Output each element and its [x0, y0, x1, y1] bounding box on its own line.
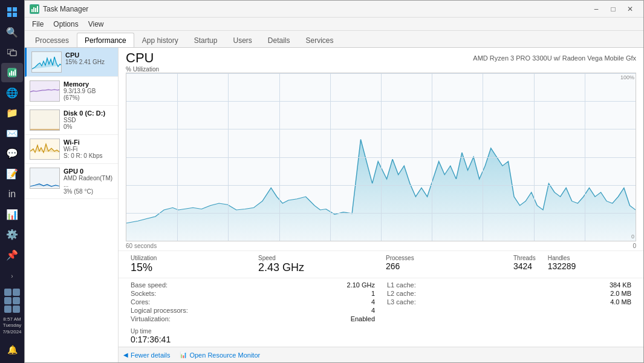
disk-label: Disk 0 (C: D:)	[63, 110, 113, 117]
svg-rect-0	[7, 7, 11, 11]
gpu-sub: AMD Radeon(TM) ...	[63, 175, 113, 188]
minimize-button[interactable]: –	[588, 1, 605, 18]
base-speed-key: Base speed:	[131, 281, 168, 289]
chart-time-labels: 60 seconds 0	[119, 241, 643, 250]
svg-rect-18	[30, 110, 60, 131]
threads-label: Threads	[513, 255, 536, 261]
uptime-area: Up time 0:17:36:41	[119, 327, 643, 347]
system-clock: 8:57 AM Tuesday 7/9/2024	[1, 314, 22, 338]
utilization-stat: Utilization 15%	[126, 255, 253, 274]
chart-subtitle: AMD Ryzen 3 PRO 3300U w/ Radeon Vega Mob…	[473, 54, 636, 62]
gpu-value: 3% (58 °C)	[63, 188, 113, 195]
memory-value: 9.3/13.9 GB (67%)	[63, 88, 113, 101]
utilization-label: % Utilization	[119, 66, 643, 73]
resource-item-gpu[interactable]: GPU 0 AMD Radeon(TM) ... 3% (58 °C)	[25, 164, 118, 199]
svg-rect-13	[33, 7, 34, 12]
wifi-thumbnail	[30, 139, 60, 160]
open-resource-monitor-link[interactable]: 📊 Open Resource Monitor	[180, 352, 260, 359]
l1-cache-row: L1 cache: 384 KB	[387, 281, 631, 289]
whatsapp-icon[interactable]: 💬	[1, 144, 23, 163]
close-button[interactable]: ✕	[622, 1, 639, 18]
sys-tray-icon-1[interactable]	[4, 289, 11, 296]
menu-options[interactable]: Options	[48, 18, 83, 30]
sys-tray-icon-6[interactable]	[13, 306, 20, 313]
svg-rect-15	[37, 6, 38, 12]
sys-tray-icon-4[interactable]	[13, 297, 20, 304]
fewer-details-label: Fewer details	[131, 352, 170, 359]
speed-stat: Speed 2.43 GHz	[253, 255, 381, 274]
l1-cache-key: L1 cache:	[387, 281, 416, 289]
mail-icon[interactable]: ✉️	[1, 124, 23, 143]
handles-stat: Handles 132289	[548, 255, 576, 271]
search-taskbar-icon[interactable]: 🔍	[1, 22, 23, 41]
tab-users[interactable]: Users	[225, 33, 259, 47]
tab-details[interactable]: Details	[260, 33, 298, 47]
titlebar: Task Manager – □ ✕	[25, 1, 643, 18]
disk-value: 0%	[63, 123, 113, 130]
fewer-details-link[interactable]: ◀ Fewer details	[123, 352, 170, 359]
time-left: 60 seconds	[126, 243, 157, 249]
l2-cache-key: L2 cache:	[387, 290, 416, 297]
tab-services[interactable]: Services	[298, 33, 342, 47]
cpu-label: CPU	[65, 51, 113, 59]
axis-max-label: 100%	[620, 74, 634, 80]
notepad-icon[interactable]: 📝	[1, 165, 23, 183]
tab-app-history[interactable]: App history	[134, 33, 186, 47]
resource-item-memory[interactable]: Memory 9.3/13.9 GB (67%)	[25, 77, 118, 106]
office-icon[interactable]: 📊	[1, 205, 23, 224]
time-right: 0	[633, 243, 636, 249]
notification-icon[interactable]: 🔔	[1, 339, 23, 361]
l1-cache-val: 384 KB	[610, 281, 631, 289]
logical-proc-key: Logical processors:	[131, 307, 188, 314]
processes-stat: Processes 266	[381, 255, 509, 274]
grid-v-3	[279, 73, 280, 241]
cores-row: Cores: 4	[131, 298, 375, 306]
start-button[interactable]	[1, 2, 23, 21]
logical-proc-val: 4	[371, 307, 375, 314]
maximize-button[interactable]: □	[605, 1, 622, 18]
speed-stat-label: Speed	[258, 255, 376, 261]
sys-tray-icon-2[interactable]	[13, 289, 20, 296]
svg-rect-12	[31, 9, 33, 12]
wifi-value: S: 0 R: 0 Kbps	[63, 152, 113, 159]
tab-startup[interactable]: Startup	[186, 33, 226, 47]
threads-value: 3424	[513, 261, 536, 271]
content-area: CPU 15% 2.41 GHz Memory 9.3/13.9 GB (67%…	[25, 48, 643, 362]
tab-bar: Processes Performance App history Startu…	[25, 31, 643, 48]
speed-stat-value: 2.43 GHz	[258, 261, 376, 274]
task-manager-taskbar[interactable]	[1, 63, 23, 82]
memory-label: Memory	[63, 80, 113, 88]
cpu-thumbnail	[31, 51, 62, 73]
svg-rect-3	[13, 13, 17, 17]
tab-processes[interactable]: Processes	[27, 33, 77, 47]
pin-taskbar-icon[interactable]: 📌	[1, 245, 23, 264]
processes-stat-value: 266	[386, 261, 504, 271]
file-explorer-icon[interactable]: 📁	[1, 103, 23, 122]
settings-icon-taskbar[interactable]: ⚙️	[1, 225, 23, 244]
menu-file[interactable]: File	[27, 18, 48, 30]
l3-cache-val: 4.0 MB	[610, 298, 631, 306]
task-view-icon[interactable]	[1, 43, 23, 62]
cpu-chart: 100% 0	[126, 73, 636, 241]
resource-item-cpu[interactable]: CPU 15% 2.41 GHz	[25, 48, 118, 77]
wifi-sub: Wi-Fi	[63, 146, 113, 152]
virtualization-row: Virtualization: Enabled	[131, 315, 375, 323]
chevron-icon[interactable]: ›	[1, 266, 23, 287]
base-speed-row: Base speed: 2.10 GHz	[131, 281, 375, 289]
menu-view[interactable]: View	[83, 18, 109, 30]
cores-val: 4	[371, 298, 375, 306]
gpu-info: GPU 0 AMD Radeon(TM) ... 3% (58 °C)	[63, 168, 113, 195]
uptime-value: 0:17:36:41	[131, 335, 631, 344]
cpu-info: CPU 15% 2.41 GHz	[65, 51, 113, 65]
sys-tray-icon-5[interactable]	[4, 306, 11, 313]
grid-v-2	[228, 73, 229, 241]
linkedin-icon[interactable]: in	[1, 185, 23, 203]
resource-item-wifi[interactable]: Wi-Fi Wi-Fi S: 0 R: 0 Kbps	[25, 135, 118, 164]
task-manager-window: Task Manager – □ ✕ File Options View Pro…	[24, 0, 644, 363]
sys-tray-icon-3[interactable]	[4, 297, 11, 304]
handles-value: 132289	[548, 261, 576, 271]
edge-icon[interactable]: 🌐	[1, 83, 23, 102]
resource-item-disk[interactable]: Disk 0 (C: D:) SSD 0%	[25, 106, 118, 135]
tab-performance[interactable]: Performance	[77, 33, 134, 47]
resource-list: CPU 15% 2.41 GHz Memory 9.3/13.9 GB (67%…	[25, 48, 119, 362]
